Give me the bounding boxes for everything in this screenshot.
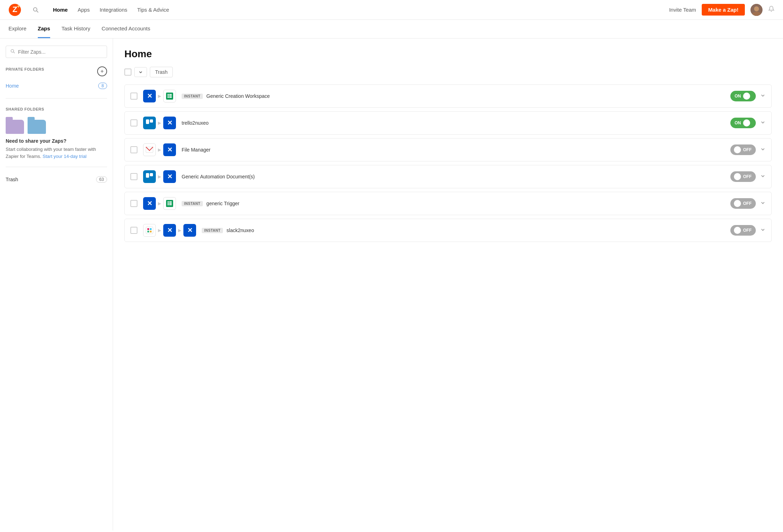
zap-toggle-6[interactable]: OFF [730, 225, 756, 236]
svg-rect-17 [167, 97, 169, 98]
zap-expand-5[interactable] [760, 200, 766, 207]
svg-rect-19 [146, 119, 149, 124]
tab-explore[interactable]: Explore [8, 20, 27, 38]
avatar[interactable] [750, 4, 763, 16]
zap-row: ▶ ✕ ▶ ✕ INSTANT slack2nuxeo OFF [124, 219, 772, 242]
main-content: Home Trash ✕ ▶ [113, 39, 783, 531]
toggle-circle-5 [734, 200, 741, 207]
svg-rect-15 [167, 95, 169, 96]
zap-info-5: INSTANT generic Trigger [182, 201, 725, 206]
arrow-icon: ▶ [158, 174, 161, 179]
tab-connected-accounts[interactable]: Connected Accounts [102, 20, 151, 38]
select-all-checkbox[interactable] [124, 69, 131, 76]
zap-expand-6[interactable] [760, 227, 766, 234]
zap-name-3: File Manager [182, 147, 211, 153]
home-folder-item[interactable]: Home 8 [6, 81, 107, 91]
header: Z Home Apps Integrations Tips & Advice I… [0, 0, 783, 20]
toggle-off-label-4: OFF [743, 174, 752, 179]
nuxeo-app-icon: ✕ [163, 143, 176, 156]
instant-badge-5: INSTANT [182, 201, 203, 206]
nuxeo-app-icon-2: ✕ [183, 224, 196, 237]
zap-checkbox-2[interactable] [130, 119, 137, 126]
logo[interactable]: Z [8, 4, 21, 16]
zap-toggle-2[interactable]: ON [730, 118, 756, 128]
sort-dropdown-button[interactable] [134, 67, 147, 77]
zap-controls-3: OFF [730, 144, 766, 155]
header-search-button[interactable] [33, 7, 39, 13]
shared-folders-header: SHARED FOLDERS [6, 107, 107, 116]
folder-shape-2 [28, 120, 46, 134]
folder-shape-1 [6, 120, 24, 134]
svg-rect-18 [169, 97, 172, 98]
arrow-icon: ▶ [158, 228, 161, 233]
zap-row: ✕ ▶ [124, 84, 772, 108]
sheets-app-icon [163, 90, 176, 102]
zap-name-1: Generic Creation Workspace [206, 93, 270, 99]
zap-controls-4: OFF [730, 171, 766, 182]
nav-tips-advice[interactable]: Tips & Advice [137, 7, 169, 13]
svg-line-6 [37, 11, 39, 12]
zap-row: ▶ ✕ File Manager OFF [124, 138, 772, 161]
trash-label: Trash [6, 177, 18, 182]
sub-nav: Explore Zaps Task History Connected Acco… [0, 20, 783, 39]
zap-row: ✕ ▶ INSTA [124, 192, 772, 215]
zap-toggle-1[interactable]: ON [730, 91, 756, 101]
zap-expand-1[interactable] [760, 93, 766, 100]
zap-expand-2[interactable] [760, 119, 766, 126]
gmail-app-icon [143, 143, 156, 156]
zap-controls-2: ON [730, 118, 766, 128]
zap-controls-6: OFF [730, 225, 766, 236]
home-folder-badge: 8 [98, 83, 107, 89]
nav-home[interactable]: Home [53, 7, 68, 13]
nuxeo-app-icon: ✕ [163, 117, 176, 129]
search-box[interactable] [6, 46, 107, 58]
trial-link[interactable]: Start your 14-day trial [43, 154, 87, 159]
add-folder-button[interactable]: + [97, 66, 107, 76]
zap-name-2: trello2nuxeo [182, 120, 208, 126]
zap-apps-2: ▶ ✕ [143, 117, 176, 129]
trash-button[interactable]: Trash [150, 67, 173, 77]
slack-app-icon [143, 224, 156, 237]
svg-rect-30 [169, 204, 172, 205]
svg-rect-13 [167, 94, 169, 95]
tab-zaps[interactable]: Zaps [38, 20, 50, 38]
zap-controls-5: OFF [730, 198, 766, 209]
toggle-circle-3 [734, 146, 741, 153]
trash-count-badge: 63 [96, 176, 107, 183]
zap-apps-3: ▶ ✕ [143, 143, 176, 156]
zap-expand-4[interactable] [760, 173, 766, 180]
trash-folder-item[interactable]: Trash 63 [6, 174, 107, 185]
zap-toggle-5[interactable]: OFF [730, 198, 756, 209]
zap-apps-1: ✕ ▶ [143, 90, 176, 102]
zap-checkbox-3[interactable] [130, 146, 137, 153]
zap-checkbox-4[interactable] [130, 173, 137, 180]
zap-checkbox-5[interactable] [130, 200, 137, 207]
zap-apps-5: ✕ ▶ [143, 197, 176, 210]
zap-checkbox-6[interactable] [130, 227, 137, 234]
notifications-bell-icon[interactable] [768, 5, 775, 14]
svg-rect-26 [169, 201, 172, 202]
private-folders-header: PRIVATE FOLDERS + [6, 66, 107, 76]
zap-expand-3[interactable] [760, 146, 766, 153]
zap-info-1: INSTANT Generic Creation Workspace [182, 93, 725, 99]
zap-checkbox-1[interactable] [130, 93, 137, 100]
svg-line-11 [13, 52, 15, 53]
svg-rect-29 [167, 204, 169, 205]
nav-integrations[interactable]: Integrations [100, 7, 127, 13]
zap-toggle-4[interactable]: OFF [730, 171, 756, 182]
home-folder-name: Home [6, 83, 19, 89]
toggle-off-label-6: OFF [743, 228, 752, 233]
arrow-icon: ▶ [158, 120, 161, 125]
search-icon [10, 49, 15, 55]
svg-rect-33 [150, 228, 152, 230]
layout: PRIVATE FOLDERS + Home 8 SHARED FOLDERS … [0, 39, 783, 531]
make-zap-button[interactable]: Make a Zap! [702, 4, 745, 16]
filter-zaps-input[interactable] [18, 49, 102, 55]
invite-team-link[interactable]: Invite Team [669, 7, 696, 13]
zap-toggle-3[interactable]: OFF [730, 144, 756, 155]
zap-name-6: slack2nuxeo [226, 227, 254, 233]
tab-task-history[interactable]: Task History [61, 20, 90, 38]
svg-rect-25 [167, 201, 169, 202]
svg-text:Z: Z [12, 5, 17, 14]
nav-apps[interactable]: Apps [78, 7, 90, 13]
